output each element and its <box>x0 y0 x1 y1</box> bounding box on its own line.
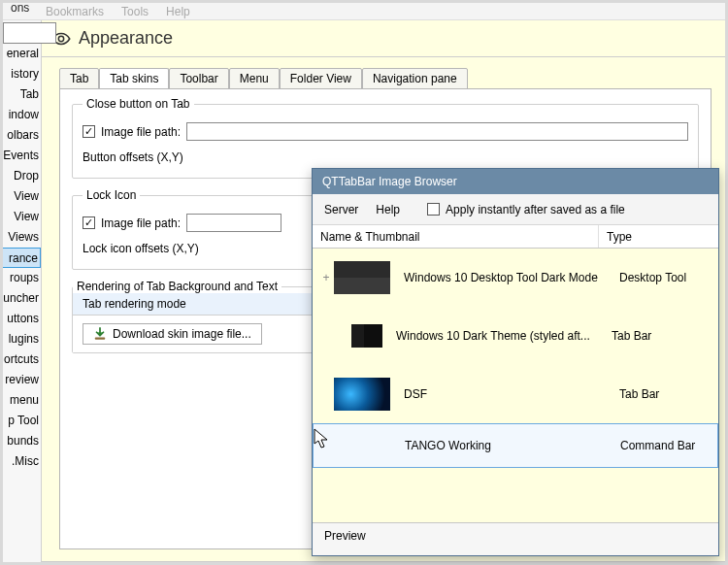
sidebar-item[interactable]: istory <box>3 64 41 84</box>
menu-server[interactable]: Server <box>324 203 358 216</box>
sidebar-item[interactable]: Views <box>3 227 41 248</box>
col-type-header[interactable]: Type <box>599 225 718 249</box>
group-legend: Lock Icon <box>83 188 140 202</box>
sidebar-item[interactable]: bunds <box>3 431 41 451</box>
col-name-header[interactable]: Name & Thumbnail <box>313 225 599 248</box>
sidebar-item[interactable]: roups <box>3 268 41 288</box>
sidebar-item[interactable]: olbars <box>3 125 41 146</box>
thumbnail <box>334 378 390 411</box>
page-title: Appearance <box>79 28 173 49</box>
list-header: Name & Thumbnail Type <box>313 225 718 249</box>
item-type: Command Bar <box>616 439 717 452</box>
lock-imgpath-label: Image file path: <box>101 216 181 230</box>
menubar-item: Tools <box>121 5 149 18</box>
close-imgpath-checkbox[interactable] <box>83 125 95 138</box>
menubar-item: Help <box>166 5 190 18</box>
tab-tab-skins[interactable]: Tab skins <box>99 68 169 89</box>
image-browser-titlebar[interactable]: QTTabBar Image Browser <box>313 169 718 194</box>
sidebar-item[interactable]: uttons <box>3 309 41 329</box>
svg-rect-1 <box>95 338 106 340</box>
tab-strip: TabTab skinsToolbarMenuFolder ViewNaviga… <box>59 67 725 88</box>
list-item[interactable]: +Windows 10 Desktop Tool Dark ModeDeskto… <box>313 249 718 307</box>
sidebar-item[interactable]: Tab <box>3 84 41 105</box>
image-browser-title: QTTabBar Image Browser <box>322 175 457 188</box>
close-imgpath-input[interactable] <box>186 122 688 141</box>
lock-imgpath-checkbox[interactable] <box>83 216 95 229</box>
download-skin-label: Download skin image file... <box>113 327 251 341</box>
item-type: Tab Bar <box>608 329 718 343</box>
sidebar-item[interactable]: indow <box>3 105 41 125</box>
menubar-item: Bookmarks <box>46 5 104 18</box>
window-title-tail: ons <box>11 1 29 15</box>
item-name: TANGO Working <box>405 439 616 452</box>
parent-menubar: Bookmarks Tools Help <box>3 3 725 20</box>
tab-tab[interactable]: Tab <box>59 68 99 89</box>
image-browser-window[interactable]: QTTabBar Image Browser Server Help Apply… <box>312 168 719 556</box>
image-browser-menubar: Server Help Apply instantly after saved … <box>313 194 718 225</box>
sidebar-item[interactable]: Events <box>3 146 41 166</box>
item-name: Windows 10 Desktop Tool Dark Mode <box>404 271 615 284</box>
list-item[interactable]: +Windows 10 Dark Theme (styled aft...Tab… <box>313 307 718 365</box>
svg-point-0 <box>58 36 63 41</box>
sidebar-item[interactable]: review <box>3 370 41 390</box>
tab-toolbar[interactable]: Toolbar <box>169 68 228 89</box>
sidebar-item[interactable]: uncher <box>3 288 41 309</box>
item-type: Tab Bar <box>615 387 718 401</box>
tab-folder-view[interactable]: Folder View <box>280 68 362 89</box>
sidebar-item[interactable]: ortcuts <box>3 349 41 370</box>
tab-navigation-pane[interactable]: Navigation pane <box>362 68 468 89</box>
group-legend: Close button on Tab <box>83 97 194 111</box>
item-type: Desktop Tool <box>615 271 718 284</box>
group-close-button: Close button on Tab Image file path: But… <box>72 97 699 179</box>
close-imgpath-label: Image file path: <box>101 125 181 139</box>
lock-imgpath-input[interactable] <box>186 214 281 232</box>
expand-icon[interactable]: + <box>320 271 332 284</box>
sidebar-search-input[interactable] <box>3 22 56 44</box>
sidebar-item[interactable]: Drop <box>3 166 41 186</box>
thumbnail <box>334 261 390 294</box>
apply-instantly-label: Apply instantly after saved as a file <box>446 203 625 216</box>
sidebar-item[interactable]: rance <box>3 248 41 268</box>
sidebar-item[interactable]: View <box>3 207 41 227</box>
thumbnail <box>351 324 382 348</box>
apply-instantly-checkbox[interactable] <box>427 203 440 216</box>
sidebar-item[interactable]: View <box>3 186 41 207</box>
lock-offsets-label: Lock icon offsets (X,Y) <box>83 242 199 255</box>
sidebar-item[interactable]: eneral <box>3 44 41 64</box>
tab-menu[interactable]: Menu <box>229 68 280 89</box>
sidebar-item[interactable]: p Tool <box>3 411 41 431</box>
list-item[interactable]: +TANGO WorkingCommand Bar <box>313 423 718 468</box>
close-offsets-label: Button offsets (X,Y) <box>83 150 183 164</box>
download-skin-button[interactable]: Download skin image file... <box>83 323 262 345</box>
item-name: Windows 10 Dark Theme (styled aft... <box>396 329 608 343</box>
sidebar-item[interactable]: Misc. <box>3 451 41 472</box>
item-name: DSF <box>404 387 615 401</box>
sidebar: eneralistoryTabindowolbarsEventsDropView… <box>3 20 42 562</box>
group-legend: Rendering of Tab Background and Text <box>73 280 281 293</box>
preview-section-label: Preview <box>313 522 718 555</box>
sidebar-item[interactable]: menu <box>3 390 41 411</box>
download-icon <box>93 327 107 341</box>
list-item[interactable]: +DSFTab Bar <box>313 365 718 423</box>
menu-help[interactable]: Help <box>376 203 400 216</box>
image-browser-list: Name & Thumbnail Type +Windows 10 Deskto… <box>313 225 718 522</box>
sidebar-item[interactable]: lugins <box>3 329 41 349</box>
